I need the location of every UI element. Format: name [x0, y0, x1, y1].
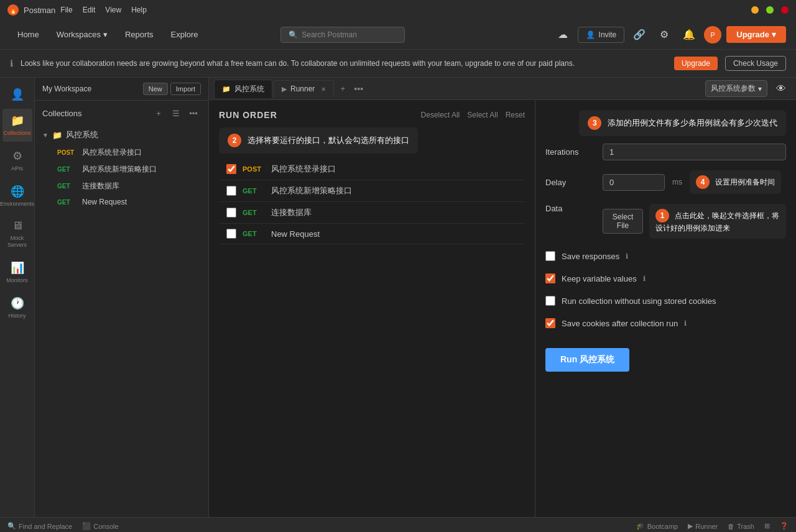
- sidebar-item-collections[interactable]: 📁 Collections: [2, 109, 32, 142]
- collections-label: Collections: [3, 130, 30, 137]
- run-without-cookies-label: Run collection without using stored cook…: [562, 296, 716, 306]
- sidebar-item-apis[interactable]: ⚙ APIs: [2, 144, 32, 177]
- save-cookies-checkbox[interactable]: [545, 318, 555, 328]
- eye-icon[interactable]: 👁: [771, 79, 791, 99]
- find-replace-button[interactable]: 🔍 Find and Replace: [7, 522, 72, 530]
- request-checkbox-1[interactable]: [226, 164, 236, 174]
- close-button[interactable]: [781, 6, 789, 14]
- run-without-cookies-row: Run collection without using stored cook…: [545, 293, 786, 308]
- save-cookies-info-icon[interactable]: ℹ: [684, 319, 687, 328]
- sort-collections-button[interactable]: ☰: [169, 106, 183, 121]
- env-selector[interactable]: 风控系统参数 ▾: [705, 80, 767, 97]
- delay-input[interactable]: [603, 174, 665, 191]
- keep-variable-info-icon[interactable]: ℹ: [643, 275, 646, 283]
- save-responses-info-icon[interactable]: ℹ: [626, 252, 628, 260]
- menu-view[interactable]: View: [105, 6, 121, 14]
- tab-runner[interactable]: ▶ Runner ✕: [274, 80, 334, 97]
- search-bar[interactable]: 🔍 Search Postman: [280, 27, 405, 43]
- folder-tab-icon: 📁: [222, 85, 231, 93]
- request-checkbox-4[interactable]: [226, 229, 236, 239]
- link-icon[interactable]: 🔗: [629, 25, 649, 45]
- banner-check-button[interactable]: Check Usage: [725, 56, 786, 71]
- tab-more-button[interactable]: •••: [351, 81, 366, 96]
- runner-bottom-button[interactable]: ▶ Runner: [688, 522, 718, 530]
- tab-fengkong[interactable]: 📁 风控系统: [214, 80, 272, 98]
- save-responses-checkbox[interactable]: [545, 251, 555, 261]
- bootcamp-button[interactable]: 🎓 Bootcamp: [636, 522, 678, 530]
- bootcamp-label: Bootcamp: [647, 523, 678, 530]
- select-file-row: Select File 1 点击此处，唤起文件选择框，将设计好的用例添加进来: [603, 204, 786, 239]
- menu-help[interactable]: Help: [131, 6, 147, 14]
- layout-toggle[interactable]: ⊞: [764, 522, 770, 530]
- monitors-icon: 📊: [11, 261, 24, 275]
- save-responses-row: Save responses ℹ: [545, 249, 786, 264]
- upgrade-button[interactable]: Upgrade ▾: [726, 26, 786, 43]
- sidebar-icons: 👤 📁 Collections ⚙ APIs 🌐 Environments 🖥 …: [0, 78, 35, 517]
- settings-icon[interactable]: ⚙: [654, 25, 674, 45]
- data-label: Data: [545, 204, 595, 213]
- avatar[interactable]: P: [704, 26, 721, 44]
- sync-icon[interactable]: ☁: [553, 25, 573, 45]
- minimize-button[interactable]: [751, 6, 759, 14]
- console-label: Console: [93, 523, 118, 530]
- method-post: POST: [243, 165, 265, 173]
- nav-reports[interactable]: Reports: [118, 26, 161, 43]
- notification-icon[interactable]: 🔔: [679, 25, 699, 45]
- console-button[interactable]: ⬛ Console: [82, 522, 118, 530]
- request-checkbox-2[interactable]: [226, 186, 236, 196]
- more-options-button[interactable]: •••: [186, 106, 201, 121]
- reset-button[interactable]: Reset: [506, 111, 525, 119]
- banner-upgrade-button[interactable]: Upgrade: [674, 57, 718, 70]
- run-collection-button[interactable]: Run 风控系统: [545, 348, 629, 372]
- nav-workspaces[interactable]: Workspaces ▾: [49, 26, 115, 43]
- method-badge-get: GET: [57, 199, 77, 206]
- environments-label: Environments: [0, 201, 34, 208]
- delay-row: Delay ms 4 设置用例准备时间: [545, 170, 786, 194]
- annotation-2-text: 选择将要运行的接口，默认会勾选所有的接口: [248, 135, 409, 145]
- collections-header: Collections + ☰ •••: [35, 101, 208, 126]
- run-without-cookies-checkbox[interactable]: [545, 296, 555, 306]
- keep-variable-row: Keep variable values ℹ: [545, 271, 786, 286]
- search-icon: 🔍: [289, 30, 298, 39]
- maximize-button[interactable]: [766, 6, 774, 14]
- menu-file[interactable]: File: [60, 6, 72, 14]
- window-controls: [751, 6, 789, 14]
- new-button[interactable]: New: [143, 83, 168, 95]
- import-button[interactable]: Import: [170, 83, 201, 95]
- workspace-user[interactable]: 👤: [2, 83, 32, 106]
- request-checkbox-3[interactable]: [226, 208, 236, 218]
- app-logo: 🔥: [7, 4, 19, 16]
- add-collection-button[interactable]: +: [151, 106, 166, 121]
- annotation-1-text: 点击此处，唤起文件选择框，将设计好的用例添加进来: [655, 211, 779, 232]
- annotation-2: 2 选择将要运行的接口，默认会勾选所有的接口: [219, 127, 525, 154]
- run-order-title: RUN ORDER: [219, 110, 277, 120]
- select-all-button[interactable]: Select All: [467, 111, 497, 119]
- select-file-button[interactable]: Select File: [603, 209, 643, 234]
- list-item[interactable]: GET 风控系统新增策略接口: [35, 161, 208, 178]
- help-button[interactable]: ❓: [780, 522, 789, 530]
- list-item[interactable]: POST 风控系统登录接口: [35, 144, 208, 161]
- trash-button[interactable]: 🗑 Trash: [728, 522, 754, 530]
- list-item[interactable]: GET 连接数据库: [35, 178, 208, 195]
- invite-button[interactable]: 👤 Invite: [578, 27, 625, 43]
- env-label: 风控系统参数: [711, 83, 756, 94]
- keep-variable-checkbox[interactable]: [545, 273, 555, 283]
- titlebar-menu: File Edit View Help: [60, 6, 147, 14]
- save-cookies-row: Save cookies after collection run ℹ: [545, 316, 786, 331]
- delay-unit: ms: [672, 178, 682, 186]
- tab-close-button[interactable]: ✕: [321, 86, 326, 93]
- sidebar-item-monitors[interactable]: 📊 Monitors: [2, 256, 32, 289]
- table-row: GET New Request: [219, 224, 525, 244]
- runner-label: Runner: [695, 523, 718, 530]
- list-item[interactable]: GET New Request: [35, 195, 208, 209]
- deselect-all-button[interactable]: Deselect All: [421, 111, 460, 119]
- sidebar-item-environments[interactable]: 🌐 Environments: [2, 180, 32, 213]
- iterations-input[interactable]: [603, 144, 786, 160]
- menu-edit[interactable]: Edit: [83, 6, 96, 14]
- tab-add-button[interactable]: +: [335, 81, 350, 96]
- sidebar-item-mock-servers[interactable]: 🖥 Mock Servers: [2, 214, 32, 254]
- nav-home[interactable]: Home: [10, 26, 47, 43]
- collection-fengkong[interactable]: ▼ 📁 风控系统: [35, 126, 208, 144]
- nav-explore[interactable]: Explore: [164, 26, 206, 43]
- sidebar-item-history[interactable]: 🕐 History: [2, 291, 32, 324]
